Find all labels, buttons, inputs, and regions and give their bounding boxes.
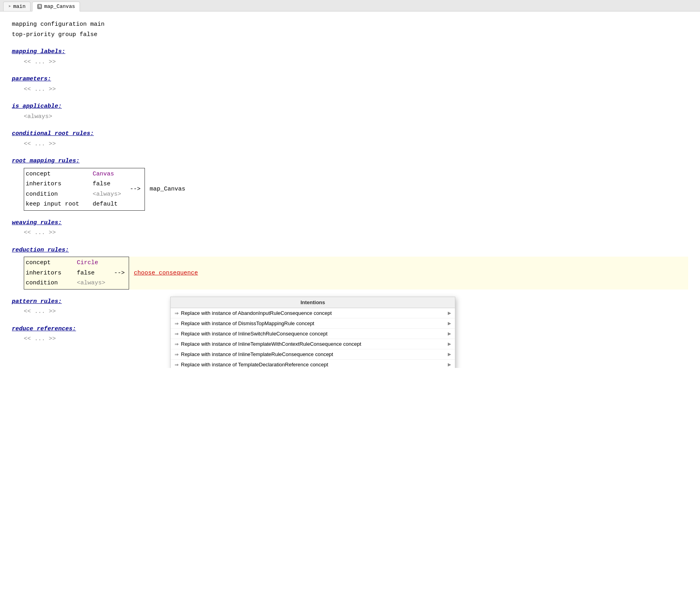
intentions-item-label-2: Replace with instance of InlineSwitchRul… bbox=[181, 331, 327, 337]
reduction-rules-section: reduction rules: concept Circle inherito… bbox=[12, 245, 688, 290]
root-concept-row: concept Canvas bbox=[26, 169, 121, 179]
intentions-header: Intentions bbox=[171, 297, 455, 308]
line-config: mapping configuration main bbox=[12, 19, 688, 30]
intentions-item-label-3: Replace with instance of InlineTemplateW… bbox=[181, 341, 361, 347]
root-rule-bracket: concept Canvas inheritors false conditio… bbox=[24, 168, 126, 211]
intentions-item-0[interactable]: ⇒Replace with instance of AbandonInputRu… bbox=[171, 308, 455, 318]
tab-main-label: main bbox=[13, 4, 25, 10]
tab-bar: ➤ main N map_Canvas bbox=[0, 0, 700, 11]
root-rule-arrow: --> bbox=[130, 184, 141, 194]
chevron-right-icon-3: ▶ bbox=[448, 341, 451, 347]
arrow-icon: ➤ bbox=[8, 4, 11, 10]
red-concept-row: concept Circle bbox=[26, 258, 105, 268]
red-rule-consequence[interactable]: choose consequence bbox=[129, 257, 198, 290]
conditional-root-rules-heading[interactable]: conditional root rules: bbox=[12, 129, 688, 139]
intentions-item-label-1: Replace with instance of DismissTopMappi… bbox=[181, 320, 314, 326]
reduction-rule-bracket: concept Circle inheritors false conditio… bbox=[24, 257, 110, 290]
intentions-item-5[interactable]: ⇒Replace with instance of TemplateDeclar… bbox=[171, 360, 455, 368]
intention-icon-3: ⇒ bbox=[175, 341, 179, 347]
weaving-rules-heading[interactable]: weaving rules: bbox=[12, 218, 688, 228]
chevron-right-icon-4: ▶ bbox=[448, 352, 451, 357]
mapping-labels-ellipsis: << ... >> bbox=[12, 57, 688, 67]
intention-icon-2: ⇒ bbox=[175, 331, 179, 337]
reduction-rule-row: concept Circle inheritors false conditio… bbox=[24, 257, 688, 290]
is-applicable-heading[interactable]: is applicable: bbox=[12, 101, 688, 112]
config-section: mapping configuration main top-priority … bbox=[12, 19, 688, 40]
intentions-list: ⇒Replace with instance of AbandonInputRu… bbox=[171, 308, 455, 368]
weaving-rules-ellipsis: << ... >> bbox=[12, 228, 688, 238]
tab-map-canvas[interactable]: N map_Canvas bbox=[32, 2, 80, 11]
root-keep-row: keep input root default bbox=[26, 199, 121, 210]
code-block: mapping configuration main top-priority … bbox=[12, 19, 688, 344]
conditional-root-rules-section: conditional root rules: << ... >> bbox=[12, 129, 688, 149]
parameters-heading[interactable]: parameters: bbox=[12, 74, 688, 84]
reduction-rules-heading[interactable]: reduction rules: bbox=[12, 245, 688, 255]
chevron-right-icon-2: ▶ bbox=[448, 331, 451, 336]
weaving-rules-section: weaving rules: << ... >> bbox=[12, 218, 688, 238]
intentions-item-label-0: Replace with instance of AbandonInputRul… bbox=[181, 310, 332, 316]
is-applicable-section: is applicable: <always> bbox=[12, 101, 688, 122]
chevron-right-icon-1: ▶ bbox=[448, 321, 451, 326]
line-priority: top-priority group false bbox=[12, 30, 688, 40]
intentions-item-4[interactable]: ⇒Replace with instance of InlineTemplate… bbox=[171, 349, 455, 360]
red-condition-row: condition <always> bbox=[26, 278, 105, 288]
parameters-section: parameters: << ... >> bbox=[12, 74, 688, 94]
tab-main[interactable]: ➤ main bbox=[3, 2, 30, 11]
conditional-root-rules-ellipsis: << ... >> bbox=[12, 139, 688, 149]
is-applicable-value: <always> bbox=[12, 112, 688, 122]
root-rule-target: map_Canvas bbox=[145, 168, 185, 211]
intentions-item-3[interactable]: ⇒Replace with instance of InlineTemplate… bbox=[171, 339, 455, 349]
chevron-right-icon-5: ▶ bbox=[448, 362, 451, 367]
root-rule-arrow-bracket: --> bbox=[126, 168, 145, 211]
red-rule-arrow-bracket: --> bbox=[110, 257, 129, 290]
root-inheritors-row: inheritors false bbox=[26, 179, 121, 189]
intention-icon-5: ⇒ bbox=[175, 362, 179, 368]
root-mapping-rules-section: root mapping rules: concept Canvas inher… bbox=[12, 156, 688, 211]
tab-map-canvas-label: map_Canvas bbox=[44, 4, 75, 10]
intentions-popup: Intentions ⇒Replace with instance of Aba… bbox=[170, 297, 455, 368]
intentions-item-2[interactable]: ⇒Replace with instance of InlineSwitchRu… bbox=[171, 329, 455, 339]
root-rule-row: concept Canvas inheritors false conditio… bbox=[24, 168, 688, 211]
intentions-item-label-5: Replace with instance of TemplateDeclara… bbox=[181, 362, 328, 368]
root-mapping-rules-heading[interactable]: root mapping rules: bbox=[12, 156, 688, 166]
editor-area: mapping configuration main top-priority … bbox=[0, 11, 700, 368]
n-icon: N bbox=[37, 4, 42, 9]
parameters-ellipsis: << ... >> bbox=[12, 84, 688, 95]
intention-icon-4: ⇒ bbox=[175, 352, 179, 357]
intention-icon-0: ⇒ bbox=[175, 311, 179, 316]
intention-icon-1: ⇒ bbox=[175, 321, 179, 326]
intentions-item-label-4: Replace with instance of InlineTemplateR… bbox=[181, 351, 333, 357]
intentions-item-1[interactable]: ⇒Replace with instance of DismissTopMapp… bbox=[171, 318, 455, 329]
chevron-right-icon-0: ▶ bbox=[448, 311, 451, 316]
root-condition-row: condition <always> bbox=[26, 189, 121, 200]
mapping-labels-section: mapping labels: << ... >> bbox=[12, 47, 688, 67]
mapping-labels-heading[interactable]: mapping labels: bbox=[12, 47, 688, 57]
red-inheritors-row: inheritors false bbox=[26, 268, 105, 278]
red-rule-arrow: --> bbox=[114, 268, 125, 278]
